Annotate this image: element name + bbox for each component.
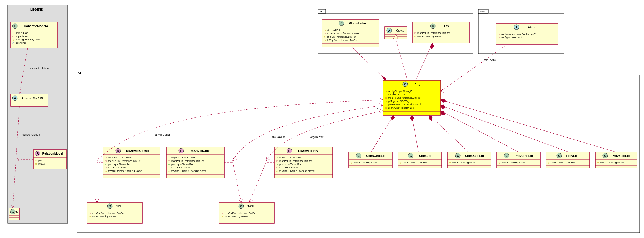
vz-provsubjlbl-node[interactable]: C ProvSubjLbl ◇name : naming.Name [595,152,637,168]
svg-text:name : naming.Name: name : naming.Name [354,161,377,164]
svg-text:prio : qos.TenantPrio: prio : qos.TenantPrio [171,163,194,166]
fv-rinfoholder-node[interactable]: C RInfoHolder ◇id : actrl.FltId □monPolD… [322,19,379,47]
svg-text:monPolDn : reference.BinRef: monPolDn : reference.BinRef [108,160,141,162]
svg-text:◇: ◇ [221,215,223,218]
svg-text:○: ○ [277,157,278,159]
svg-text:useAnyDef : scalar.Bool: useAnyDef : scalar.Bool [388,106,415,109]
svg-text:monPolDn : reference.BinRef: monPolDn : reference.BinRef [224,212,257,214]
legend-concrete-node[interactable]: C ConcreteModelA ○admin-prop □implicit-p… [11,22,58,48]
svg-text:R: R [117,149,119,152]
svg-text:name : naming.Name: name : naming.Name [417,35,441,38]
svg-text:prio : qos.TenantPrio: prio : qos.TenantPrio [279,163,302,166]
svg-text:anyToProv: anyToProv [310,135,323,139]
vz-rsanytoprov-node[interactable]: R RsAnyToProv ○matchT : vz.MatchT □monPo… [274,147,333,178]
fv-ctx-node[interactable]: C Ctx □monPolDn : reference.BinRef ◇name… [412,22,469,43]
vz-rsanytocons-node[interactable]: R RsAnyToCons □deplInfo : vz.DeplInfo □m… [166,147,224,178]
svg-text:C: C [12,210,14,213]
svg-text:◇: ◇ [385,100,387,103]
svg-text:id : actrl.FltId: id : actrl.FltId [327,29,341,32]
svg-text:ProvCtrctLbl: ProvCtrctLbl [515,154,533,157]
svg-text:○: ○ [13,32,14,34]
svg-text:deplInfo : vz.DeplInfo: deplInfo : vz.DeplInfo [108,156,132,159]
svg-text:ProvLbl: ProvLbl [566,154,578,157]
vz-conslbl-node[interactable]: C ConsLbl ◇name : naming.Name [398,152,442,168]
vz-brcp-node[interactable]: C BrCP □monPolDn : reference.BinRef ◇nam… [219,202,274,223]
svg-text:*: * [481,49,482,52]
svg-text:name : naming.Name: name : naming.Name [600,161,624,164]
svg-text:ConsLbl: ConsLbl [419,154,431,157]
svg-text:C: C [457,154,459,157]
svg-text:□: □ [498,36,500,39]
svg-text:Comp: Comp [396,29,404,32]
svg-text:◇: ◇ [449,162,451,164]
svg-text:□: □ [168,167,170,169]
svg-text:monPolDn : reference.BinRef: monPolDn : reference.BinRef [388,96,421,99]
svg-text:◇: ◇ [499,162,500,164]
svg-text:configSt : vns.ConfSt: configSt : vns.ConfSt [501,36,525,39]
svg-text:◇: ◇ [276,170,278,172]
vns-aterm-node[interactable]: A ATerm □configIssues : vns.ConfIssuesTy… [496,23,558,44]
svg-text:monPolDn : reference.BinRef: monPolDn : reference.BinRef [327,32,360,35]
svg-text:fv: fv [319,10,322,13]
vz-provctrctlbl-node[interactable]: C ProvCtrctLbl ◇name : naming.Name [497,152,540,168]
svg-text:monPolDn : reference.BinRef: monPolDn : reference.BinRef [417,32,450,34]
svg-text:vns: vns [480,10,485,13]
svg-marker-207 [429,115,432,121]
svg-text:toEpgDn : reference.BinRef: toEpgDn : reference.BinRef [327,39,358,42]
svg-text:deplInfo : vz.DeplInfo: deplInfo : vz.DeplInfo [171,156,195,159]
vz-conscrtctlbl-node[interactable]: C ConsCtrctLbl ◇name : naming.Name [349,152,392,168]
svg-text:◇: ◇ [324,36,326,38]
svg-text:C: C [16,210,18,213]
svg-text:C: C [340,22,342,25]
vz-conssubjlbl-node[interactable]: C ConsSubjLbl ◇name : naming.Name [447,152,491,168]
vz-rsanytoconsif-node[interactable]: R RsAnyToConsIf □deplInfo : vz.DeplInfo … [103,147,160,178]
svg-text:◇: ◇ [324,29,326,32]
svg-text:name : naming.Name: name : naming.Name [403,161,427,164]
legend-relation-node[interactable]: R RelationModel ◇prop1 ◇prop2 [33,150,67,169]
legend-c-node[interactable]: C C [9,208,19,220]
svg-text:BrCP: BrCP [247,204,254,208]
svg-text:C: C [14,25,16,28]
svg-text:□: □ [105,167,107,169]
svg-text:RInfoHolder: RInfoHolder [349,22,367,25]
svg-text:subjDn : reference.BinRef: subjDn : reference.BinRef [327,35,356,38]
diagram-canvas: LEGEND C ConcreteModelA ○admin-prop □imp… [0,0,644,238]
svg-text:name : naming.Name: name : naming.Name [551,161,575,164]
svg-text:◇: ◇ [324,39,326,42]
legend-concrete-title: ConcreteModelA [24,24,48,28]
svg-text:name : naming.Name: name : naming.Name [92,215,116,218]
svg-text:□: □ [105,157,107,159]
svg-text:C: C [410,154,412,157]
svg-text:□: □ [105,160,107,162]
svg-text:C: C [505,154,507,157]
svg-text:◇: ◇ [89,215,91,218]
svg-text:□: □ [385,97,387,99]
svg-marker-234 [441,99,446,103]
svg-text:C: C [604,154,606,157]
svg-text:◇: ◇ [597,162,599,164]
svg-text:AbstractModelB: AbstractModelB [21,96,43,100]
svg-text:□: □ [89,212,91,214]
svg-text:A: A [515,26,517,29]
svg-text:matchT : vz.MatchT: matchT : vz.MatchT [279,156,301,159]
svg-text:C: C [240,205,242,208]
vz-any-node[interactable]: C Any □configSt : pol.ConfigSt ○matchT :… [383,80,441,115]
svg-text:□: □ [385,90,387,93]
svg-text:□: □ [168,160,170,162]
svg-text:naming-readonly-prop: naming-readonly-prop [16,38,40,41]
svg-text:○: ○ [277,163,278,166]
svg-text:tCl : reln.ClassId: tCl : reln.ClassId [279,166,298,169]
legend-abstract-node[interactable]: A AbstractModelB [11,94,48,106]
svg-text:tnVzBrCPName : naming.Name: tnVzBrCPName : naming.Name [279,170,315,172]
svg-text:configSt : pol.ConfigSt: configSt : pol.ConfigSt [388,90,413,93]
svg-text:◇: ◇ [35,159,37,162]
svg-text:name : naming.Name: name : naming.Name [452,161,476,164]
svg-text:A: A [388,29,390,32]
svg-text:name : naming.Name: name : naming.Name [224,215,248,218]
svg-text:tCl : reln.ClassId: tCl : reln.ClassId [108,166,126,169]
svg-text:R: R [180,149,182,152]
vz-cpif-node[interactable]: C CPIf □monPolDn : reference.BinRef ◇nam… [87,202,142,223]
svg-text:◇: ◇ [548,162,550,164]
vz-provlbl-node[interactable]: C ProvLbl ◇name : naming.Name [546,152,590,168]
svg-text:ProvSubjLbl: ProvSubjLbl [612,154,630,157]
